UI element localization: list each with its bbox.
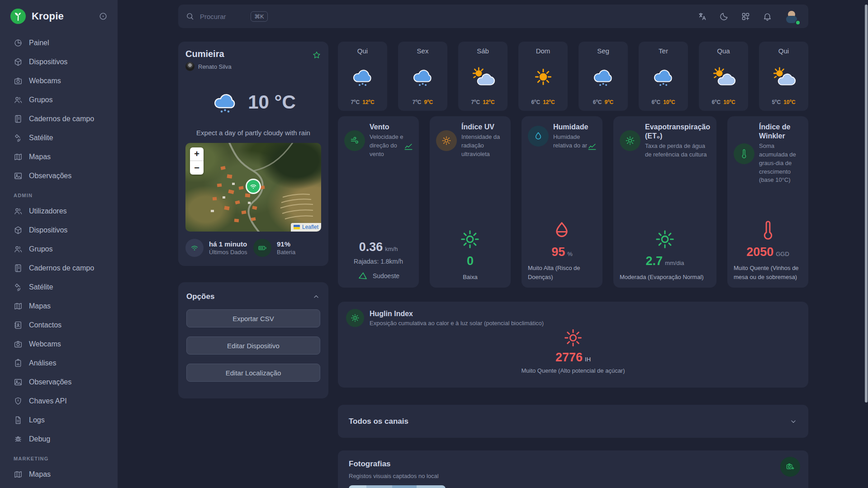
edit-location-button[interactable]: Editar Localização bbox=[186, 364, 320, 382]
forecast-day: Ter bbox=[659, 47, 668, 55]
forecast-max-temp: 12ºC bbox=[543, 99, 555, 105]
forecast-min-temp: 7ºC bbox=[351, 99, 360, 105]
sidebar-item-label: Satélite bbox=[29, 134, 53, 142]
map-attribution: Leaflet bbox=[291, 223, 321, 232]
et0-status: Moderada (Evaporação Normal) bbox=[620, 273, 710, 282]
sidebar-item-label: Dispositivos bbox=[29, 58, 67, 66]
sidebar-item-debug[interactable]: Debug bbox=[0, 430, 118, 449]
sidebar-item-dispositivos[interactable]: Dispositivos bbox=[0, 52, 118, 71]
rain-cloud-icon bbox=[651, 66, 676, 87]
translate-icon[interactable] bbox=[697, 12, 707, 21]
dark-mode-moon-icon[interactable] bbox=[719, 12, 729, 21]
location-card: Cumieira Renato Silva 10 °C Expect a day… bbox=[178, 42, 328, 266]
sidebar-item-observacoes[interactable]: Observações bbox=[0, 166, 118, 185]
sidebar-item-satelite[interactable]: Satélite bbox=[0, 128, 118, 147]
options-title: Opções bbox=[186, 292, 214, 301]
sidebar-item-analises[interactable]: Análises bbox=[0, 354, 118, 373]
huglin-value: 2776 bbox=[555, 351, 583, 364]
sun-icon bbox=[655, 229, 675, 250]
user-avatar[interactable] bbox=[783, 8, 800, 25]
search-input[interactable] bbox=[200, 13, 250, 20]
sidebar-item-admin-satelite[interactable]: Satélite bbox=[0, 278, 118, 297]
wind-direction: Sudoeste bbox=[373, 272, 399, 280]
search-icon bbox=[185, 12, 194, 21]
apps-grid-icon[interactable] bbox=[741, 12, 750, 21]
sidebar-item-label: Mapas bbox=[29, 470, 51, 479]
sidebar-item-chaves-api[interactable]: Chaves API bbox=[0, 392, 118, 411]
forecast-min-temp: 6ºC bbox=[711, 99, 721, 105]
options-header[interactable]: Opções bbox=[186, 292, 320, 301]
forecast-day: Sáb bbox=[477, 47, 489, 55]
sidebar-item-admin-grupos[interactable]: Grupos bbox=[0, 240, 118, 259]
map-zoom-in-button[interactable]: + bbox=[190, 147, 204, 161]
sidebar-item-admin-cadernos[interactable]: Cadernos de campo bbox=[0, 259, 118, 278]
add-photo-button[interactable] bbox=[780, 457, 800, 477]
page-scrollbar[interactable] bbox=[865, 5, 868, 403]
rain-cloud-icon bbox=[410, 66, 436, 87]
map-zoom-out-button[interactable]: − bbox=[190, 161, 204, 175]
brand-name: Kropie bbox=[32, 10, 93, 22]
forecast-min-temp: 5ºC bbox=[772, 99, 781, 105]
sidebar-item-contactos[interactable]: Contactos bbox=[0, 316, 118, 335]
sidebar-item-label: Cadernos de campo bbox=[29, 264, 94, 272]
et0-value: 2.7 bbox=[645, 254, 663, 268]
favorite-star-icon[interactable] bbox=[312, 51, 321, 60]
metric-subtitle: Intensidade da radiação ultravioleta bbox=[461, 133, 504, 159]
online-status-dot bbox=[795, 20, 801, 25]
sun-icon bbox=[531, 66, 556, 87]
leaflet-link[interactable]: Leaflet bbox=[302, 224, 318, 230]
sidebar-item-mapas[interactable]: Mapas bbox=[0, 147, 118, 166]
all-channels-accordion[interactable]: Todos os canais bbox=[338, 405, 808, 438]
sidebar-item-cadernos[interactable]: Cadernos de campo bbox=[0, 109, 118, 128]
forecast-max-temp: 9ºC bbox=[424, 99, 433, 105]
sidebar-item-label: Observações bbox=[29, 172, 71, 180]
thermometer-icon bbox=[739, 149, 749, 159]
uv-index-card: Índice UV Intensidade da radiação ultrav… bbox=[430, 116, 511, 288]
current-temperature: 10 °C bbox=[248, 91, 296, 113]
edit-device-button[interactable]: Editar Dispositivo bbox=[186, 336, 320, 355]
photo-thumbnail[interactable] bbox=[349, 485, 446, 488]
wind-gusts: Rajadas: 1.8km/h bbox=[344, 258, 413, 265]
location-name: Cumieira bbox=[185, 49, 321, 59]
humidity-unit: % bbox=[567, 251, 573, 257]
sidebar-item-grupos[interactable]: Grupos bbox=[0, 90, 118, 109]
sidebar-item-admin-mapas[interactable]: Mapas bbox=[0, 297, 118, 316]
forecast-card: Qui7ºC12ºC bbox=[338, 42, 387, 111]
forecast-day: Qui bbox=[357, 47, 368, 55]
photos-subtitle: Registos visuais captados no local bbox=[349, 473, 797, 479]
forecast-day: Qui bbox=[778, 47, 789, 55]
metric-title: Vento bbox=[370, 123, 413, 132]
battery-value: 91% bbox=[277, 240, 295, 248]
sidebar-item-utilizadores[interactable]: Utilizadores bbox=[0, 202, 118, 221]
export-csv-button[interactable]: Exportar CSV bbox=[186, 309, 320, 327]
chevron-up-icon bbox=[312, 293, 320, 301]
metric-title: Índice de Winkler bbox=[759, 123, 802, 141]
sidebar-item-label: Grupos bbox=[29, 245, 52, 253]
sidebar-item-painel[interactable]: Painel bbox=[0, 33, 118, 52]
sidebar-collapse-icon[interactable] bbox=[99, 12, 108, 21]
location-map[interactable]: + − Leaflet bbox=[185, 143, 321, 232]
battery-icon bbox=[258, 243, 267, 252]
device-map-marker[interactable] bbox=[246, 179, 261, 194]
shield-icon bbox=[14, 397, 23, 406]
sidebar-item-webcams[interactable]: Webcams bbox=[0, 71, 118, 90]
kropie-logo-icon bbox=[10, 8, 26, 24]
search-shortcut-badge: ⌘K bbox=[251, 11, 268, 22]
wifi-icon bbox=[190, 243, 199, 252]
metric-title: Evapotranspiração (ET₀) bbox=[645, 123, 710, 141]
wind-speed-unit: km/h bbox=[385, 246, 398, 252]
sidebar-item-admin-webcams[interactable]: Webcams bbox=[0, 335, 118, 354]
pie-chart-icon bbox=[14, 38, 23, 47]
sidebar-item-label: Painel bbox=[29, 39, 49, 47]
sidebar-item-logs[interactable]: Logs bbox=[0, 411, 118, 430]
sidebar-item-label: Webcams bbox=[29, 340, 61, 348]
map-icon bbox=[14, 470, 23, 479]
forecast-row: Qui7ºC12ºC Sex7ºC9ºC Sáb7ºC12ºC Dom6ºC12… bbox=[338, 42, 808, 111]
sidebar-item-marketing-mapas[interactable]: Mapas bbox=[0, 465, 118, 484]
notifications-bell-icon[interactable] bbox=[763, 12, 772, 21]
sidebar-item-admin-observacoes[interactable]: Observações bbox=[0, 373, 118, 392]
map-icon bbox=[14, 302, 23, 311]
sidebar-item-admin-dispositivos[interactable]: Dispositivos bbox=[0, 221, 118, 240]
forecast-min-temp: 7ºC bbox=[471, 99, 480, 105]
sun-icon bbox=[563, 328, 583, 348]
